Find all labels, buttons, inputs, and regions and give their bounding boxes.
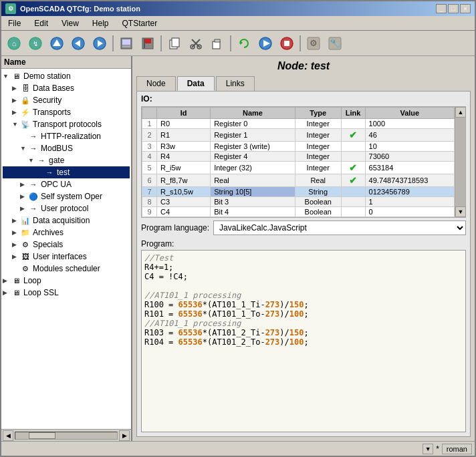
tree-toggle-user-interfaces[interactable]: ▶ [12, 253, 20, 260]
sidebar-item-data-acquisition[interactable]: ▶📊Data acquisition [3, 214, 130, 226]
sidebar-item-data-bases[interactable]: ▶🗄Data Bases [3, 82, 130, 94]
toolbar-flag-btn[interactable] [138, 33, 158, 53]
statusbar-scroll-down[interactable]: ▼ [423, 444, 433, 454]
sidebar-item-specials[interactable]: ▶⚙Specials [3, 239, 130, 251]
tree-toggle-gate[interactable]: ▼ [28, 157, 36, 164]
toolbar-back-btn[interactable] [68, 33, 88, 53]
tree-icon-http-realization: → [28, 131, 39, 142]
table-row[interactable]: 3R3wRegister 3 (write)Integer10 [142, 142, 455, 152]
vscroll-up-btn[interactable]: ▲ [455, 107, 466, 118]
cell-link: ✔ [341, 129, 365, 142]
vscroll-track[interactable] [455, 118, 465, 206]
tree-toggle-user-protocol[interactable]: ▶ [20, 205, 28, 212]
table-row[interactable]: 2R1Register 1Integer✔46 [142, 129, 455, 142]
table-row[interactable]: 1R0Register 0Integer1000 [142, 119, 455, 129]
tree-toggle-modbus[interactable]: ▼ [20, 145, 28, 152]
sidebar-item-transport-protocols[interactable]: ▼📡Transport protocols [3, 118, 130, 130]
program-editor[interactable]: //Test R4+=1; C4 = !C4; //AT101_1 proces… [141, 250, 466, 432]
col-id: Id [157, 108, 211, 119]
table-row[interactable]: 9C4Bit 4Boolean0 [142, 207, 455, 217]
toolbar-deploy-btn[interactable] [116, 33, 136, 53]
toolbar-home-btn[interactable]: ⌂ [4, 33, 24, 53]
toolbar-refresh-btn[interactable] [234, 33, 254, 53]
table-row[interactable]: 6R_f8,7wRealReal✔49.748743718593 [142, 174, 455, 187]
toolbar-up-btn[interactable] [47, 33, 67, 53]
sidebar-item-self-system-oper[interactable]: ▶🔵Self system Oper [3, 190, 130, 202]
tree-toggle-opc-ua[interactable]: ▶ [20, 181, 28, 188]
sidebar-item-opc-ua[interactable]: ▶→OPC UA [3, 178, 130, 190]
col-type: Type [295, 108, 341, 119]
minimize-button[interactable]: _ [436, 4, 447, 13]
tree-toggle-loop[interactable]: ▶ [3, 277, 11, 284]
sidebar-item-demo-station[interactable]: ▼🖥Demo station [3, 70, 130, 82]
toolbar-forward-btn[interactable] [90, 33, 110, 53]
toolbar-settings2-btn[interactable]: 🔧 [325, 33, 345, 53]
tab-data[interactable]: Data [177, 76, 215, 91]
tree-toggle-transport-protocols[interactable]: ▼ [12, 121, 20, 128]
sidebar-item-modbus[interactable]: ▼→ModBUS [3, 142, 130, 154]
sidebar-item-archives[interactable]: ▶📁Archives [3, 226, 130, 239]
hscroll-track[interactable] [15, 432, 118, 440]
cell-value: 73060 [365, 152, 454, 162]
cell-link [341, 152, 365, 162]
hscroll-thumb[interactable] [29, 432, 55, 439]
table-row[interactable]: 8C3Bit 3Boolean1 [142, 197, 455, 207]
tab-node[interactable]: Node [136, 76, 176, 91]
toolbar-settings1-btn[interactable]: ⚙ [304, 33, 324, 53]
tree-label-self-system-oper: Self system Oper [41, 192, 102, 201]
cell-name: Bit 3 [211, 197, 295, 207]
tree-icon-gate: → [36, 155, 47, 166]
tree-toggle-demo-station[interactable]: ▼ [3, 73, 11, 80]
table-row[interactable]: 4R4Register 4Integer73060 [142, 152, 455, 162]
sidebar-item-security[interactable]: ▶🔒Security [3, 94, 130, 106]
sidebar-item-test[interactable]: →test [3, 166, 130, 178]
menu-file[interactable]: File [4, 17, 25, 29]
tree-toggle-transports[interactable]: ▶ [12, 109, 20, 116]
tree-toggle-security[interactable]: ▶ [12, 97, 20, 104]
sidebar-item-gate[interactable]: ▼→gate [3, 154, 130, 166]
tree-toggle-loop-ssl[interactable]: ▶ [3, 289, 11, 296]
sidebar-item-loop-ssl[interactable]: ▶🖥Loop SSL [3, 287, 130, 299]
cell-id: R_s10,5w [157, 187, 211, 197]
tree-area[interactable]: ▼🖥Demo station▶🗄Data Bases▶🔒Security▶⚡Tr… [1, 69, 131, 429]
menu-help[interactable]: Help [88, 17, 113, 29]
table-row[interactable]: 7R_s10,5wString 10[5]String0123456789 [142, 187, 455, 197]
toolbar-copy-btn[interactable] [164, 33, 185, 53]
tab-links[interactable]: Links [216, 76, 255, 91]
scroll-left-btn[interactable]: ◀ [3, 430, 13, 441]
maximize-button[interactable]: □ [448, 4, 459, 13]
io-label: IO: [137, 92, 470, 106]
table-vscroll[interactable]: ▲ ▼ [455, 107, 465, 217]
cell-num: 3 [142, 142, 157, 152]
toolbar-stop-btn[interactable] [277, 33, 297, 53]
toolbar-play-btn[interactable] [255, 33, 275, 53]
sidebar-scrollbar[interactable]: ◀ ▶ [1, 429, 131, 441]
cell-num: 2 [142, 129, 157, 142]
menu-qtstarter[interactable]: QTStarter [118, 17, 162, 29]
toolbar-paste-btn[interactable] [207, 33, 227, 53]
menu-view[interactable]: View [57, 17, 83, 29]
tree-toggle-data-acquisition[interactable]: ▶ [12, 217, 20, 224]
sidebar-item-user-interfaces[interactable]: ▶🖼User interfaces [3, 251, 130, 263]
vscroll-down-btn[interactable]: ▼ [455, 206, 466, 217]
sidebar-item-transports[interactable]: ▶⚡Transports [3, 106, 130, 118]
sidebar-item-http-realization[interactable]: →HTTP-realization [3, 130, 130, 142]
tree-label-security: Security [33, 96, 62, 105]
tree-icon-user-interfaces: 🖼 [20, 251, 31, 262]
sidebar-item-modules-scheduler[interactable]: ⚙Modules scheduler [3, 263, 130, 275]
prog-lang-select[interactable]: JavaLikeCalc.JavaScript [213, 220, 466, 235]
toolbar-cut-btn[interactable] [186, 33, 206, 53]
scroll-right-btn[interactable]: ▶ [119, 430, 130, 441]
cell-id: R_f8,7w [157, 174, 211, 187]
tree-toggle-data-bases[interactable]: ▶ [12, 85, 20, 92]
table-row[interactable]: 5R_i5wInteger (32)Integer✔653184 [142, 162, 455, 174]
sidebar-item-loop[interactable]: ▶🖥Loop [3, 275, 130, 287]
svg-rect-11 [122, 39, 130, 45]
tree-toggle-specials[interactable]: ▶ [12, 241, 20, 248]
toolbar-connect-btn[interactable]: ↯ [25, 33, 45, 53]
menu-edit[interactable]: Edit [30, 17, 52, 29]
tree-toggle-self-system-oper[interactable]: ▶ [20, 193, 28, 200]
tree-toggle-archives[interactable]: ▶ [12, 229, 20, 236]
close-button[interactable]: × [460, 4, 471, 13]
sidebar-item-user-protocol[interactable]: ▶→User protocol [3, 202, 130, 214]
